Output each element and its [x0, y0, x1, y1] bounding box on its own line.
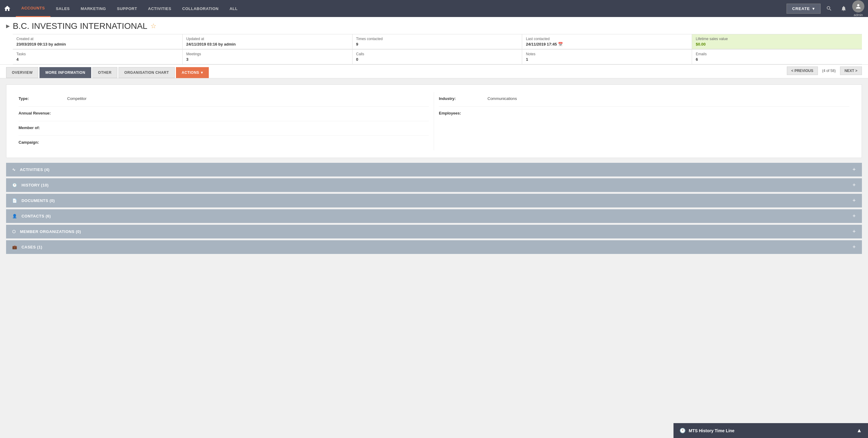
actions-label: ACTIONS [182, 70, 199, 75]
contacts-expand-icon[interactable]: + [852, 213, 856, 219]
section-cases-label: 💼 CASES (1) [12, 245, 42, 249]
contacts-icon: 👤 [12, 214, 17, 218]
meta-meetings: Meetings 3 [183, 49, 352, 64]
campaign-label: Campaign: [19, 140, 67, 144]
type-label: Type: [19, 96, 67, 101]
created-value: 23/03/2019 09:13 by admin [17, 42, 179, 46]
section-cases-header[interactable]: 💼 CASES (1) + [6, 240, 862, 254]
tab-more-information[interactable]: MORE INFORMATION [39, 67, 91, 78]
section-documents-header[interactable]: 📄 DOCUMENTS (0) + [6, 194, 862, 207]
tabs-navigation: < PREVIOUS (4 of 58) NEXT > [787, 67, 862, 75]
admin-label: admin [854, 13, 863, 17]
member-orgs-expand-icon[interactable]: + [852, 228, 856, 235]
user-avatar-wrap[interactable]: admin [852, 0, 864, 17]
tasks-label: Tasks [17, 52, 179, 56]
calls-value: 0 [356, 57, 519, 62]
favorite-star-icon[interactable]: ☆ [150, 22, 157, 30]
industry-value: Communications [488, 96, 517, 101]
emails-label: Emails [696, 52, 858, 56]
search-icon[interactable] [823, 2, 835, 14]
user-avatar[interactable] [852, 0, 864, 12]
meetings-value: 3 [186, 57, 349, 62]
page-header: ▶ B.C. INVESTING INTERNATIONAL ☆ Created… [0, 17, 868, 65]
activities-icon: ∿ [12, 167, 16, 172]
member-of-label: Member of: [19, 126, 67, 130]
employees-label: Employees: [439, 111, 488, 115]
tasks-value: 4 [17, 57, 179, 62]
field-industry: Industry: Communications [439, 92, 849, 107]
nav-marketing[interactable]: MARKETING [75, 0, 112, 17]
page-title: B.C. INVESTING INTERNATIONAL ☆ [13, 21, 862, 31]
nav-all[interactable]: ALL [224, 0, 243, 17]
times-contacted-value: 9 [356, 42, 519, 46]
history-expand-icon[interactable]: + [852, 182, 856, 188]
tab-organisation-chart[interactable]: ORGANISATION CHART [119, 67, 175, 78]
section-member-orgs-header[interactable]: ⬡ MEMBER ORGANIZATIONS (0) + [6, 225, 862, 238]
updated-label: Updated at [186, 37, 349, 41]
section-activities-header[interactable]: ∿ ACTIVITIES (4) + [6, 163, 862, 176]
meta-row-2: Tasks 4 Meetings 3 Calls 0 Notes 1 Email… [13, 49, 862, 64]
nav-activities[interactable]: ACTIVITIES [143, 0, 177, 17]
page-title-wrap: B.C. INVESTING INTERNATIONAL ☆ Created a… [13, 21, 862, 64]
detail-right: Industry: Communications Employees: [434, 92, 854, 150]
type-value: Competitor [67, 96, 87, 101]
meta-updated: Updated at 24/11/2019 03:16 by admin [183, 34, 352, 49]
tab-overview[interactable]: OVERVIEW [6, 67, 38, 78]
section-activities-label: ∿ ACTIVITIES (4) [12, 167, 50, 172]
field-employees: Employees: [439, 107, 849, 121]
section-contacts-header[interactable]: 👤 CONTACTS (6) + [6, 209, 862, 223]
section-documents-label: 📄 DOCUMENTS (0) [12, 198, 55, 203]
last-contacted-label: Last contacted [526, 37, 688, 41]
created-label: Created at [17, 37, 179, 41]
section-history: 🕐 HISTORY (10) + [6, 178, 862, 192]
documents-expand-icon[interactable]: + [852, 197, 856, 204]
times-contacted-label: Times contacted [356, 37, 519, 41]
nav-links: ACCOUNTS SALES MARKETING SUPPORT ACTIVIT… [16, 0, 786, 17]
cases-expand-icon[interactable]: + [852, 244, 856, 250]
documents-icon: 📄 [12, 198, 17, 203]
section-documents: 📄 DOCUMENTS (0) + [6, 194, 862, 207]
field-type: Type: Competitor [19, 92, 429, 107]
next-button[interactable]: NEXT > [840, 67, 862, 75]
lifetime-sales-value: $0.00 [696, 42, 858, 46]
field-annual-revenue: Annual Revenue: [19, 107, 429, 121]
collapse-button[interactable]: ▶ [6, 23, 10, 29]
section-member-orgs-label: ⬡ MEMBER ORGANIZATIONS (0) [12, 229, 81, 234]
meta-emails: Emails 6 [692, 49, 862, 64]
detail-grid: Type: Competitor Annual Revenue: Member … [14, 92, 854, 150]
meta-lifetime-sales: Lifetime sales value $0.00 [692, 34, 862, 49]
create-label: CREATE [792, 6, 810, 11]
home-button[interactable] [4, 5, 11, 12]
tab-actions[interactable]: ACTIONS ▾ [176, 67, 209, 78]
section-cases: 💼 CASES (1) + [6, 240, 862, 254]
meta-created: Created at 23/03/2019 09:13 by admin [13, 34, 183, 49]
calls-label: Calls [356, 52, 519, 56]
meta-times-contacted: Times contacted 9 [352, 34, 522, 49]
notes-value: 1 [526, 57, 688, 62]
section-member-orgs: ⬡ MEMBER ORGANIZATIONS (0) + [6, 225, 862, 238]
nav-collaboration[interactable]: COLLABORATION [177, 0, 224, 17]
calendar-icon[interactable]: 📅 [558, 42, 563, 46]
nav-accounts[interactable]: ACCOUNTS [16, 0, 51, 17]
detail-left: Type: Competitor Annual Revenue: Member … [14, 92, 434, 150]
cases-icon: 💼 [12, 245, 17, 249]
section-contacts-label: 👤 CONTACTS (6) [12, 214, 51, 218]
nav-count: (4 of 58) [820, 69, 838, 73]
actions-dropdown-icon: ▾ [201, 70, 203, 75]
top-navigation: ACCOUNTS SALES MARKETING SUPPORT ACTIVIT… [0, 0, 868, 17]
detail-card: Type: Competitor Annual Revenue: Member … [6, 85, 862, 158]
activities-expand-icon[interactable]: + [852, 166, 856, 173]
section-activities: ∿ ACTIVITIES (4) + [6, 163, 862, 176]
tab-other[interactable]: OTHER [92, 67, 118, 78]
meta-notes: Notes 1 [522, 49, 692, 64]
account-name: B.C. INVESTING INTERNATIONAL [13, 21, 147, 31]
notification-bell-icon[interactable] [838, 2, 850, 14]
last-contacted-value: 24/11/2019 17:45 📅 [526, 42, 688, 46]
section-history-header[interactable]: 🕐 HISTORY (10) + [6, 178, 862, 192]
emails-value: 6 [696, 57, 858, 62]
nav-support[interactable]: SUPPORT [112, 0, 143, 17]
nav-sales[interactable]: SALES [51, 0, 75, 17]
previous-button[interactable]: < PREVIOUS [787, 67, 818, 75]
field-member-of: Member of: [19, 121, 429, 136]
create-button[interactable]: CREATE ▾ [786, 4, 820, 14]
